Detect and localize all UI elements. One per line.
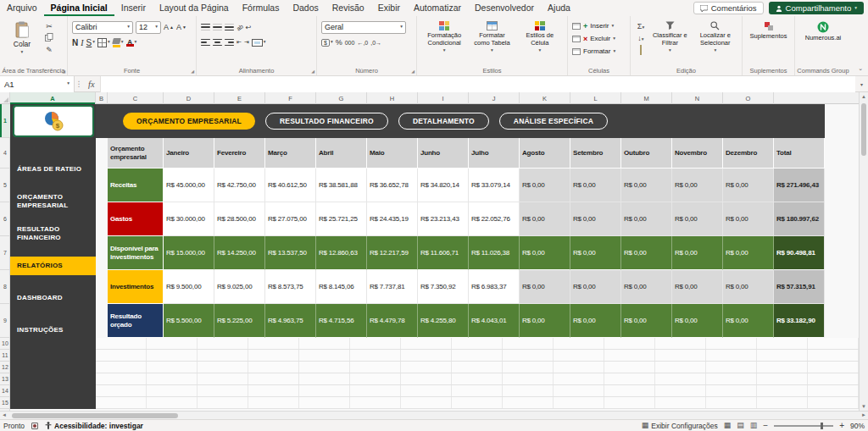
row-header-15[interactable]: 15 <box>0 397 10 409</box>
nav-tab-orcamento-empresarial[interactable]: ORÇAMENTO EMPRESARIAL <box>123 113 255 130</box>
menu-item-desenvolvedor[interactable]: Desenvolvedor <box>468 0 541 16</box>
nav-tab-detalhamento[interactable]: DETALHAMENTO <box>398 113 489 130</box>
table-header-cell-outubro[interactable]: Outubro <box>621 138 672 169</box>
font-size-select[interactable]: 12▾ <box>136 21 161 34</box>
column-header-i[interactable]: I <box>418 92 469 104</box>
merge-center-button[interactable]: ▾ <box>252 39 266 47</box>
align-middle-button[interactable] <box>213 24 222 31</box>
horizontal-scroll-thumb[interactable] <box>12 413 178 418</box>
table-cell[interactable]: R$ 4.255,80 <box>418 304 469 338</box>
delete-cells-button[interactable]: ×Excluir▾ <box>572 32 626 45</box>
copy-button[interactable] <box>43 33 55 43</box>
decrease-font-button[interactable]: A▼ <box>176 23 186 31</box>
table-cell[interactable]: R$ 0,00 <box>723 202 774 236</box>
sidebar-item-areas-de-rateio[interactable]: ÁREAS DE RATEIO <box>10 153 96 185</box>
table-cell[interactable]: R$ 4.043,01 <box>469 304 520 338</box>
table-cell[interactable]: R$ 30.000,00 <box>164 202 214 236</box>
table-cell[interactable]: R$ 27.075,00 <box>265 202 316 236</box>
comments-button[interactable]: Comentários <box>693 2 764 14</box>
font-name-select[interactable]: Calibri▾ <box>72 21 133 34</box>
accessibility-status[interactable]: Acessibilidade: investigar <box>45 422 143 430</box>
underline-button[interactable]: S▾ <box>86 38 95 47</box>
table-header-cell-marco[interactable]: Março <box>265 138 316 169</box>
fill-button[interactable]: ↓▾ <box>635 34 647 42</box>
table-cell[interactable]: R$ 0,00 <box>621 169 672 202</box>
row-header-4[interactable]: 4 <box>0 138 10 169</box>
column-header-b[interactable]: B <box>96 92 108 104</box>
table-header-cell-fevereiro[interactable]: Fevereiro <box>214 138 265 169</box>
column-header-o[interactable]: O <box>723 92 774 104</box>
table-header-cell-novembro[interactable]: Novembro <box>672 138 723 169</box>
table-cell[interactable]: R$ 0,00 <box>672 236 723 270</box>
column-header-j[interactable]: J <box>469 92 520 104</box>
column-header-f[interactable]: F <box>265 92 316 104</box>
formula-input[interactable] <box>100 76 855 92</box>
table-cell[interactable]: R$ 0,00 <box>621 202 672 236</box>
cut-button[interactable]: ✂ <box>43 22 55 30</box>
table-cell[interactable]: R$ 0,00 <box>520 304 570 338</box>
conditional-formatting-button[interactable]: Formatação Condicional ▾ <box>421 19 467 65</box>
wrap-text-button[interactable]: ↩ <box>246 24 253 31</box>
sidebar-item-instrucoes[interactable]: INSTRUÇÕES <box>10 314 96 346</box>
align-center-button[interactable] <box>213 39 222 47</box>
format-cells-button[interactable]: Formatar▾ <box>572 45 626 58</box>
column-header-g[interactable]: G <box>316 92 367 104</box>
table-cell[interactable]: R$ 12.860,63 <box>316 236 367 270</box>
table-cell[interactable]: R$ 33.079,14 <box>469 169 520 202</box>
table-header-cell-orcamento-empresarial[interactable]: Orçamento empresarial <box>108 138 164 169</box>
paste-button[interactable]: Colar ▾ <box>4 19 40 55</box>
table-cell[interactable]: R$ 0,00 <box>570 169 621 202</box>
cell-styles-button[interactable]: Estilos de Célula ▾ <box>517 19 563 65</box>
percent-button[interactable]: % <box>336 38 342 47</box>
table-cell[interactable]: R$ 0,00 <box>672 202 723 236</box>
normal-view-icon[interactable]: ▦ <box>724 422 732 429</box>
nav-tab-resultado-financeiro[interactable]: RESULTADO FINANCEIRO <box>265 113 388 130</box>
find-select-button[interactable]: Localizar e Selecionar ▾ <box>693 19 737 65</box>
increase-decimal-button[interactable]: ←,0 <box>357 40 368 46</box>
menu-item-exibir[interactable]: Exibir <box>371 0 407 16</box>
clear-button[interactable] <box>635 46 647 54</box>
row-label-investimentos[interactable]: Investimentos <box>108 270 164 304</box>
table-cell[interactable]: R$ 28.500,00 <box>214 202 265 236</box>
table-cell[interactable]: R$ 8.573,75 <box>265 270 316 304</box>
table-cell[interactable]: R$ 11.606,71 <box>418 236 469 270</box>
table-cell[interactable]: R$ 7.737,81 <box>367 270 418 304</box>
table-cell[interactable]: R$ 271.496,43 <box>774 169 825 202</box>
table-cell[interactable]: R$ 0,00 <box>520 270 570 304</box>
table-cell[interactable]: R$ 6.983,37 <box>469 270 520 304</box>
table-header-cell-dezembro[interactable]: Dezembro <box>723 138 774 169</box>
menu-item-layout-da-pagina[interactable]: Layout da Página <box>153 0 236 16</box>
table-cell[interactable]: R$ 0,00 <box>723 169 774 202</box>
share-button[interactable]: Compartilhamento ▾ <box>769 2 864 14</box>
row-label-resultado-orcado[interactable]: Resultado orçado <box>108 304 164 338</box>
table-cell[interactable]: R$ 90.498,81 <box>774 236 825 270</box>
table-cell[interactable]: R$ 0,00 <box>520 236 570 270</box>
autosum-button[interactable]: Σ▾ <box>635 22 647 30</box>
table-cell[interactable]: R$ 11.026,38 <box>469 236 520 270</box>
row-header-12[interactable]: 12 <box>0 362 10 373</box>
vertical-scroll-thumb[interactable] <box>861 103 866 156</box>
column-header-d[interactable]: D <box>164 92 214 104</box>
page-break-view-icon[interactable]: ▥ <box>750 422 758 429</box>
row-header-7[interactable]: 7 <box>0 236 10 270</box>
fx-icon[interactable]: fx <box>83 80 100 89</box>
sidebar-item-orcamento-empresarial[interactable]: ORÇAMENTO EMPRESARIAL <box>10 185 96 218</box>
numerous-ai-button[interactable]: Numerous.ai <box>798 19 849 44</box>
table-cell[interactable]: R$ 0,00 <box>570 270 621 304</box>
macro-record-icon[interactable] <box>31 423 38 429</box>
table-cell[interactable]: R$ 33.182,90 <box>774 304 825 338</box>
name-box[interactable]: A1 ▾ <box>0 76 75 92</box>
row-header-1[interactable]: 1 <box>0 104 10 138</box>
menu-item-inserir[interactable]: Inserir <box>114 0 153 16</box>
table-cell[interactable]: R$ 14.250,00 <box>214 236 265 270</box>
table-header-cell-setembro[interactable]: Setembro <box>570 138 621 169</box>
sidebar-item-relatorios[interactable]: RELATÓRIOS <box>10 257 96 275</box>
sidebar-item-resultado-financeiro[interactable]: RESULTADO FINANCEIRO <box>10 218 96 250</box>
table-cell[interactable]: R$ 0,00 <box>621 236 672 270</box>
scroll-left-arrow[interactable]: ◄ <box>0 412 8 419</box>
dialog-launcher-icon[interactable]: ◢ <box>62 69 65 74</box>
row-header-14[interactable]: 14 <box>0 385 10 397</box>
decrease-decimal-button[interactable]: ,0→ <box>370 40 381 46</box>
column-header-c[interactable]: C <box>108 92 164 104</box>
row-header-6[interactable]: 6 <box>0 202 10 236</box>
